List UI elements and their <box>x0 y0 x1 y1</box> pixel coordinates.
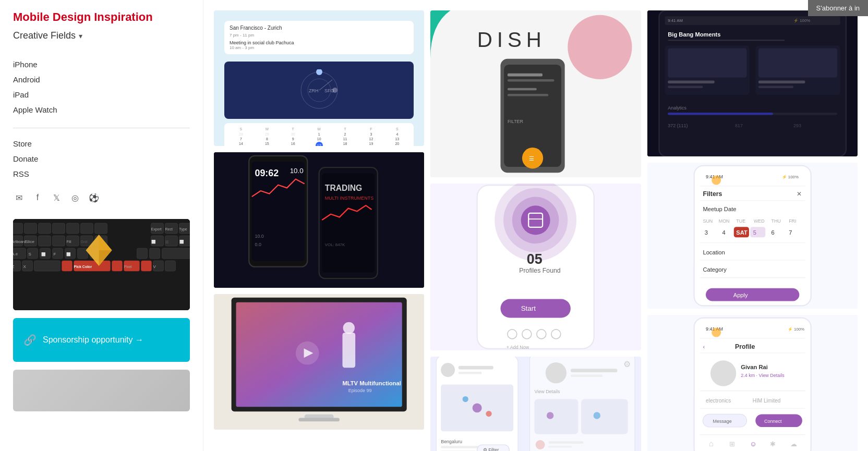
svg-text:⬜: ⬜ <box>41 252 46 257</box>
svg-text:09:62: 09:62 <box>255 168 279 178</box>
svg-text:+ Add Now: + Add Now <box>507 345 529 350</box>
svg-text:VOL: 847K: VOL: 847K <box>325 242 345 247</box>
svg-text:SAT: SAT <box>736 229 748 236</box>
svg-text:0.0: 0.0 <box>255 242 261 247</box>
sponsorship-card[interactable]: 🔗 Sponsorship opportunity → <box>13 318 190 362</box>
svg-rect-101 <box>508 88 537 90</box>
sidebar-bottom-card[interactable] <box>13 370 190 411</box>
svg-rect-144 <box>581 399 628 434</box>
svg-text:Export: Export <box>151 227 162 231</box>
grid-item-profile[interactable]: 9:41 AM ⚡ 100% ‹ Profile Givan Rai 2.4 k… <box>647 315 858 451</box>
svg-text:ZRH: ZRH <box>309 88 319 93</box>
svg-text:Fill: Fill <box>67 240 71 243</box>
svg-text:817: 817 <box>735 123 743 128</box>
svg-text:Artboard: Artboard <box>13 240 26 243</box>
svg-text:Start: Start <box>521 304 536 312</box>
svg-text:‹: ‹ <box>703 344 705 350</box>
svg-rect-40 <box>162 248 190 259</box>
svg-text:4: 4 <box>722 229 725 236</box>
grid-item-tablet[interactable]: 9:41 AM ⚡ 100% Big Bang Moments Analyt <box>647 10 858 156</box>
svg-rect-208 <box>706 288 799 301</box>
svg-point-95 <box>568 15 632 79</box>
creative-fields-dropdown[interactable]: Creative Fields ▾ <box>13 30 82 41</box>
svg-text:Z: Z <box>13 264 15 269</box>
svg-text:Connect: Connect <box>764 419 782 424</box>
grid-item-purple-profiles[interactable]: 05 Profiles Found Start + Add Now <box>430 184 641 350</box>
nav-item-android[interactable]: Android <box>13 72 190 87</box>
instagram-icon[interactable]: ◎ <box>69 192 81 203</box>
svg-text:MLTV Multifunctional: MLTV Multifunctional <box>342 380 401 386</box>
svg-text:☁: ☁ <box>790 440 797 448</box>
svg-text:A #: A # <box>13 252 18 257</box>
svg-text:⚙ Filter: ⚙ Filter <box>483 447 499 451</box>
grid-item-uikit[interactable]: Bengaluru ⚙ Filter View Details <box>430 357 641 451</box>
svg-point-111 <box>521 205 550 235</box>
grid-item-filters[interactable]: 9:41 AM ⚡ 100% Filters ✕ Meetup Date SUN… <box>647 163 858 309</box>
svg-text:6: 6 <box>771 229 774 236</box>
content-grid: San Francisco - Zurich 7 pm - 11 pm Meet… <box>214 10 858 451</box>
svg-text:☺: ☺ <box>750 440 757 448</box>
svg-rect-211 <box>694 318 811 451</box>
nav-item-donate[interactable]: Donate <box>13 151 190 166</box>
svg-rect-100 <box>508 79 554 81</box>
sketch-keyboard-card[interactable]: Export Rect Type Artboard Slice <box>13 219 190 310</box>
svg-point-130 <box>463 396 468 402</box>
svg-text:Location: Location <box>703 249 725 255</box>
svg-point-219 <box>710 360 736 386</box>
twitter-icon[interactable]: 𝕏 <box>51 192 62 203</box>
dribbble-icon[interactable]: ⚽ <box>88 192 100 203</box>
svg-text:2.4 km · View Details: 2.4 km · View Details <box>741 373 785 378</box>
svg-text:Grid: Grid <box>81 240 88 243</box>
svg-point-89 <box>343 322 355 334</box>
svg-rect-126 <box>459 366 493 370</box>
grid-item-tv[interactable]: MLTV Multifunctional Episode 99 <box>214 294 424 430</box>
facebook-icon[interactable]: f <box>32 192 43 203</box>
secondary-nav: Store Donate RSS <box>13 136 190 181</box>
svg-text:10.0: 10.0 <box>290 167 304 175</box>
svg-rect-140 <box>571 375 603 377</box>
svg-text:X: X <box>23 264 27 269</box>
svg-rect-147 <box>549 441 584 443</box>
svg-rect-166 <box>668 48 746 78</box>
svg-text:▥: ▥ <box>165 240 169 243</box>
svg-point-183 <box>712 176 721 185</box>
svg-text:Rect: Rect <box>165 227 173 231</box>
svg-rect-53 <box>141 261 152 271</box>
svg-rect-164 <box>668 40 785 41</box>
svg-rect-16 <box>39 236 51 246</box>
grid-item-dark-phones[interactable]: 09:62 10.0 10.0 0.0 TRADING MULTI INSTRU… <box>214 152 424 288</box>
svg-rect-139 <box>571 369 618 372</box>
email-icon[interactable]: ✉ <box>13 192 25 203</box>
svg-text:05: 05 <box>527 251 542 267</box>
svg-point-143 <box>547 412 553 419</box>
svg-point-125 <box>441 363 455 377</box>
nav-item-ipad[interactable]: iPad <box>13 87 190 102</box>
svg-text:Type: Type <box>179 227 187 231</box>
svg-text:TRADING: TRADING <box>325 184 362 192</box>
svg-text:V: V <box>153 264 156 269</box>
nav-item-store[interactable]: Store <box>13 136 190 151</box>
svg-text:372 (111): 372 (111) <box>668 123 688 128</box>
svg-text:FRI: FRI <box>789 218 796 224</box>
svg-text:WED: WED <box>754 218 765 224</box>
svg-rect-85 <box>298 418 339 422</box>
svg-rect-88 <box>342 333 355 368</box>
grid-item-dish[interactable]: DISH FILTER ☰ <box>430 10 641 177</box>
svg-rect-4 <box>53 223 65 234</box>
svg-text:Meetup Date: Meetup Date <box>703 206 736 212</box>
svg-text:9:41 AM: 9:41 AM <box>668 18 683 23</box>
svg-rect-55 <box>165 261 176 271</box>
svg-rect-5 <box>67 223 79 234</box>
svg-text:electronics: electronics <box>706 398 731 404</box>
svg-text:3: 3 <box>704 229 707 236</box>
nav-item-apple-watch[interactable]: Apple Watch <box>13 102 190 117</box>
svg-rect-6 <box>81 223 93 234</box>
nav-item-iphone[interactable]: iPhone <box>13 57 190 72</box>
nav-item-rss[interactable]: RSS <box>13 166 190 181</box>
svg-rect-148 <box>549 446 572 447</box>
svg-text:☰: ☰ <box>529 155 535 162</box>
chevron-down-icon: ▾ <box>79 32 82 40</box>
grid-item-calendar[interactable]: San Francisco - Zurich 7 pm - 11 pm Meet… <box>214 10 424 146</box>
subscribe-button[interactable]: S'abonner à in <box>808 0 868 16</box>
svg-rect-99 <box>508 74 542 77</box>
